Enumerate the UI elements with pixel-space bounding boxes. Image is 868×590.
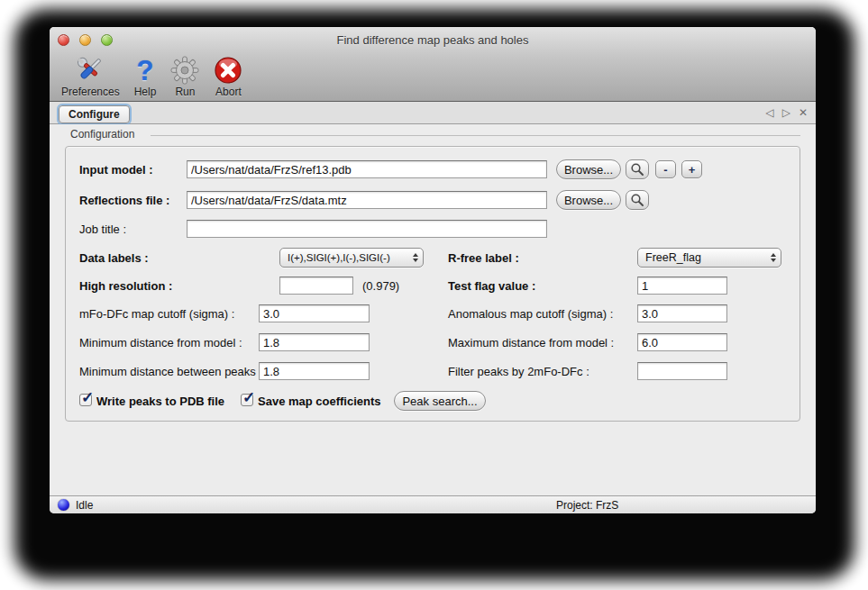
save-map-label: Save map coefficients <box>258 395 381 408</box>
r-free-label-dropdown[interactable]: FreeR_flag <box>637 248 781 268</box>
tab-configure[interactable]: Configure <box>59 105 130 123</box>
input-model-add-button[interactable]: + <box>681 160 702 178</box>
configuration-group-label: Configuration <box>70 128 134 141</box>
high-resolution-field[interactable] <box>279 277 353 295</box>
search-icon <box>630 193 644 207</box>
preferences-button[interactable]: Preferences <box>61 52 120 98</box>
help-button[interactable]: ? Help <box>134 52 157 98</box>
status-text: Idle <box>76 499 93 512</box>
window-header: Find difference map peaks and holes <box>50 27 816 102</box>
anomalous-cutoff-label: Anomalous map cutoff (sigma) : <box>448 307 613 321</box>
abort-button[interactable]: Abort <box>214 52 242 98</box>
max-dist-model-label: Maximum distance from model : <box>448 336 614 349</box>
preferences-label: Preferences <box>61 86 120 98</box>
anomalous-cutoff-field[interactable] <box>637 304 727 322</box>
min-dist-peaks-label: Minimum distance between peaks : <box>79 365 262 378</box>
abort-stop-icon <box>214 52 242 85</box>
write-peaks-label: Write peaks to PDB file <box>96 395 224 408</box>
run-label: Run <box>175 86 195 98</box>
reflections-file-field[interactable] <box>187 191 547 209</box>
search-icon <box>630 162 644 177</box>
tab-strip: Configure ◁ ▷ ✕ <box>50 102 816 124</box>
dropdown-stepper-icon <box>766 253 781 262</box>
app-window: Find difference map peaks and holes <box>50 27 816 513</box>
data-labels-dropdown[interactable]: I(+),SIGI(+),I(-),SIGI(-) <box>279 248 424 268</box>
save-map-checkbox[interactable]: ✓ <box>241 394 253 406</box>
tab-configure-label: Configure <box>69 108 120 121</box>
group-divider <box>151 135 800 136</box>
input-model-field[interactable] <box>187 160 547 178</box>
r-free-label-value: FreeR_flag <box>638 251 766 264</box>
tab-prev-arrow-icon[interactable]: ◁ <box>765 106 773 119</box>
min-dist-peaks-field[interactable] <box>259 362 370 380</box>
filter-2mfodfc-label: Filter peaks by 2mFo-DFc : <box>448 365 589 378</box>
reflections-browse-button[interactable]: Browse... <box>556 190 621 210</box>
peak-search-button[interactable]: Peak search... <box>394 391 486 411</box>
data-labels-label: Data labels : <box>79 251 149 265</box>
input-model-label: Input model : <box>79 163 153 177</box>
checkmark-icon: ✓ <box>81 388 94 407</box>
write-peaks-checkbox[interactable]: ✓ <box>79 394 92 406</box>
min-dist-model-label: Minimum distance from model : <box>79 336 242 349</box>
max-dist-model-field[interactable] <box>637 333 727 351</box>
run-gear-icon <box>170 52 199 85</box>
test-flag-value-label: Test flag value : <box>448 279 535 293</box>
project-label: Project: FrzS <box>556 499 618 512</box>
input-model-remove-button[interactable]: - <box>655 160 676 178</box>
dropdown-stepper-icon <box>408 253 423 262</box>
reflections-file-label: Reflections file : <box>79 194 169 207</box>
help-label: Help <box>134 86 157 98</box>
reflections-view-button[interactable] <box>626 190 649 210</box>
mfodfc-cutoff-label: mFo-DFc map cutoff (sigma) : <box>79 307 234 321</box>
checkmark-icon: ✓ <box>242 388 255 407</box>
window-title: Find difference map peaks and holes <box>50 33 816 47</box>
test-flag-value-field[interactable] <box>637 277 727 295</box>
job-title-field[interactable] <box>187 220 547 238</box>
min-dist-model-field[interactable] <box>259 333 370 351</box>
tab-close-icon[interactable]: ✕ <box>799 106 808 119</box>
configuration-panel: Configuration Input model : Browse... - … <box>50 124 816 495</box>
preferences-tools-icon <box>74 52 106 85</box>
r-free-label-label: R-free label : <box>448 251 519 265</box>
toolbar: Preferences ? Help <box>61 52 242 98</box>
mfodfc-cutoff-field[interactable] <box>259 304 370 322</box>
input-model-view-button[interactable] <box>626 159 649 179</box>
job-title-label: Job title : <box>79 222 126 236</box>
abort-label: Abort <box>215 86 242 98</box>
input-model-browse-button[interactable]: Browse... <box>556 159 621 179</box>
data-labels-value: I(+),SIGI(+),I(-),SIGI(-) <box>280 252 408 263</box>
tab-next-arrow-icon[interactable]: ▷ <box>782 106 790 119</box>
tab-navigation: ◁ ▷ ✕ <box>765 106 808 119</box>
run-button[interactable]: Run <box>170 52 199 98</box>
high-resolution-hint: (0.979) <box>362 279 399 293</box>
filter-2mfodfc-field[interactable] <box>637 362 727 380</box>
high-resolution-label: High resolution : <box>79 279 172 293</box>
status-orb-icon <box>58 499 69 511</box>
status-bar: Idle Project: FrzS <box>50 495 816 513</box>
help-question-icon: ? <box>137 52 154 85</box>
